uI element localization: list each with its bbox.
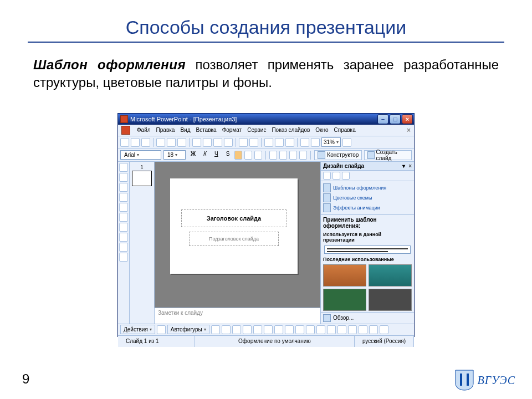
outline-tool-icon[interactable]: [119, 223, 128, 232]
window-minimize-button[interactable]: –: [377, 114, 388, 124]
chart-icon[interactable]: [264, 138, 273, 147]
template-thumb[interactable]: [369, 264, 412, 287]
current-template-preview[interactable]: [324, 245, 411, 254]
font-color-icon[interactable]: [327, 325, 336, 334]
window-maximize-button[interactable]: □: [390, 114, 401, 124]
undo-icon[interactable]: [239, 138, 248, 147]
oval-icon[interactable]: [243, 325, 252, 334]
arrow-style-icon[interactable]: [359, 325, 367, 334]
copy-icon[interactable]: [203, 138, 212, 147]
cut-icon[interactable]: [192, 138, 201, 147]
print-icon[interactable]: [156, 138, 165, 147]
bullets-icon[interactable]: [269, 151, 277, 160]
zoom-combo[interactable]: 31%: [321, 137, 341, 147]
numbering-icon[interactable]: [279, 151, 287, 160]
autoshapes-menu[interactable]: Автофигуры: [167, 325, 209, 334]
outline-tool-icon[interactable]: [119, 253, 128, 262]
outline-tool-icon[interactable]: [119, 233, 128, 242]
italic-button[interactable]: К: [201, 150, 209, 160]
task-pane-close-button[interactable]: ×: [408, 163, 412, 169]
menu-help[interactable]: Справка: [334, 127, 356, 133]
expand-icon[interactable]: [300, 138, 309, 147]
shadow-style-icon[interactable]: [369, 325, 378, 334]
forward-icon[interactable]: [332, 172, 340, 180]
align-left-icon[interactable]: [234, 151, 242, 160]
menu-edit[interactable]: Правка: [156, 127, 175, 133]
menu-insert[interactable]: Вставка: [196, 127, 216, 133]
slide-canvas[interactable]: Заголовок слайда Подзаголовок слайда: [155, 162, 320, 308]
notes-pane[interactable]: Заметки к слайду: [155, 308, 320, 324]
slide-thumbnail[interactable]: [132, 171, 152, 186]
line-style-icon[interactable]: [337, 325, 346, 334]
redo-icon[interactable]: [249, 138, 258, 147]
outline-tool-icon[interactable]: [119, 213, 128, 222]
shadow-button[interactable]: S: [223, 150, 233, 160]
wordart-icon[interactable]: [264, 325, 273, 334]
menu-format[interactable]: Формат: [222, 127, 242, 133]
bold-button[interactable]: Ж: [188, 150, 198, 160]
underline-button[interactable]: Ч: [212, 150, 221, 160]
font-size-combo[interactable]: 18: [163, 150, 186, 160]
line-color-icon[interactable]: [316, 325, 325, 334]
arrow-icon[interactable]: [222, 325, 231, 334]
grayscale-icon[interactable]: [311, 138, 320, 147]
hyperlink-icon[interactable]: [285, 138, 294, 147]
new-slide-button[interactable]: Создать слайд: [364, 150, 412, 160]
link-design-templates[interactable]: Шаблоны оформления: [323, 183, 412, 193]
dash-style-icon[interactable]: [348, 325, 357, 334]
link-animation[interactable]: Эффекты анимации: [323, 203, 412, 213]
pointer-icon[interactable]: [157, 325, 166, 334]
task-pane-header[interactable]: Дизайн слайда ▾ ×: [321, 162, 414, 171]
align-right-icon[interactable]: [254, 151, 262, 160]
3d-style-icon[interactable]: [380, 325, 388, 334]
open-icon[interactable]: [131, 138, 140, 147]
template-thumb[interactable]: [369, 289, 412, 311]
subtitle-placeholder[interactable]: Подзаголовок слайда: [189, 232, 279, 246]
spellcheck-icon[interactable]: [177, 138, 186, 147]
editing-slide[interactable]: Заголовок слайда Подзаголовок слайда: [170, 178, 298, 274]
window-title-bar[interactable]: Microsoft PowerPoint - [Презентация3] – …: [118, 114, 414, 125]
rectangle-icon[interactable]: [232, 325, 241, 334]
indent-dec-icon[interactable]: [289, 151, 297, 160]
browse-templates-button[interactable]: Обзор...: [321, 312, 414, 324]
outline-tool-icon[interactable]: [119, 173, 128, 182]
menu-window[interactable]: Окно: [315, 127, 328, 133]
outline-tool-icon[interactable]: [119, 183, 128, 192]
mdi-close-button[interactable]: ×: [407, 126, 411, 134]
task-pane-menu-icon[interactable]: ▾: [402, 163, 405, 169]
outline-tool-icon[interactable]: [119, 203, 128, 212]
textbox-icon[interactable]: [253, 325, 262, 334]
link-color-schemes[interactable]: Цветовые схемы: [323, 193, 412, 203]
status-language[interactable]: русский (Россия): [355, 336, 414, 347]
align-center-icon[interactable]: [244, 151, 252, 160]
clipart-icon[interactable]: [285, 325, 294, 334]
picture-icon[interactable]: [295, 325, 304, 334]
paste-icon[interactable]: [213, 138, 222, 147]
help-icon[interactable]: [342, 138, 351, 147]
diagram-icon[interactable]: [274, 325, 283, 334]
menu-file[interactable]: Файл: [137, 127, 151, 133]
menu-slideshow[interactable]: Показ слайдов: [272, 127, 310, 133]
menu-view[interactable]: Вид: [180, 127, 190, 133]
menu-tools[interactable]: Сервис: [247, 127, 266, 133]
new-icon[interactable]: [120, 138, 129, 147]
indent-inc-icon[interactable]: [299, 151, 307, 160]
preview-icon[interactable]: [167, 138, 176, 147]
outline-tool-icon[interactable]: [119, 163, 128, 172]
save-icon[interactable]: [141, 138, 150, 147]
template-thumb[interactable]: [323, 289, 366, 311]
table-icon[interactable]: [275, 138, 284, 147]
back-icon[interactable]: [323, 172, 331, 180]
actions-menu[interactable]: Действия: [120, 325, 155, 334]
title-placeholder[interactable]: Заголовок слайда: [181, 209, 287, 227]
template-thumb[interactable]: [323, 264, 366, 287]
outline-tool-icon[interactable]: [119, 243, 128, 252]
designer-button[interactable]: Конструктор: [314, 150, 362, 160]
line-icon[interactable]: [211, 325, 220, 334]
font-name-combo[interactable]: Arial: [120, 150, 161, 160]
home-icon[interactable]: [342, 172, 350, 180]
fill-color-icon[interactable]: [306, 325, 315, 334]
format-painter-icon[interactable]: [224, 138, 233, 147]
outline-tool-icon[interactable]: [119, 193, 128, 202]
window-close-button[interactable]: ×: [402, 114, 413, 124]
